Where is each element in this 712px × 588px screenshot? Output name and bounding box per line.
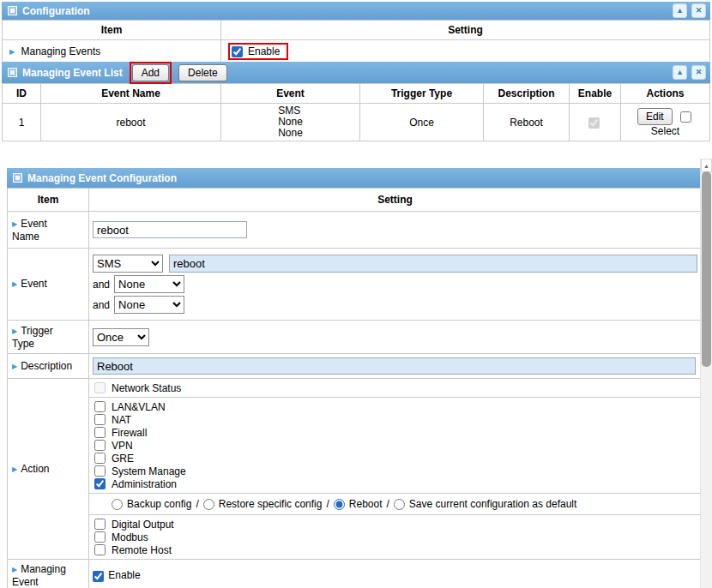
collapse-icon: ▴ — [678, 69, 682, 76]
description-setting-cell — [89, 354, 702, 379]
event-value-input[interactable] — [169, 255, 697, 273]
managing-event-enable-checkbox[interactable] — [93, 571, 104, 582]
column-header-trigger-type: Trigger Type — [360, 84, 484, 104]
cell-event-name: reboot — [41, 104, 221, 141]
row-select-checkbox[interactable] — [680, 111, 691, 123]
and-label: and — [93, 279, 110, 291]
managing-event-list-header: Managing Event List Add Delete ▴ ✕ — [2, 62, 710, 83]
scrollbar-thumb[interactable] — [702, 171, 711, 367]
close-button[interactable]: ✕ — [691, 65, 706, 80]
firewall-option: Firewall — [94, 426, 696, 439]
event-configuration-table: Item Setting ▶Event Name ▶Event — [7, 188, 702, 588]
system-manage-label: System Manage — [112, 465, 186, 477]
event-and1-select[interactable]: None — [114, 275, 184, 293]
managing-events-item-cell: ▶ Managing Events — [3, 40, 221, 63]
add-button[interactable]: Add — [132, 64, 169, 81]
managing-event-item-cell: ▶Managing Event — [8, 560, 89, 588]
gre-label: GRE — [112, 453, 134, 465]
panel-icon — [13, 173, 22, 183]
system-manage-checkbox[interactable] — [94, 465, 106, 477]
description-label: Description — [21, 360, 72, 372]
cell-actions: Edit Select — [621, 104, 710, 141]
digital-output-checkbox[interactable] — [94, 519, 106, 530]
separator: / — [196, 498, 198, 510]
row-enable-checkbox — [588, 117, 600, 129]
configuration-panel-title: Configuration — [22, 5, 90, 17]
collapse-icon: ▴ — [678, 7, 682, 15]
bullet-icon: ▶ — [12, 566, 17, 573]
action-item-cell: ▶Action — [8, 379, 89, 560]
managing-events-setting-cell: Enable — [221, 40, 710, 63]
managing-event-configuration-header: Managing Event Configuration — [7, 168, 702, 188]
managing-event-setting-cell: Enable — [89, 560, 702, 588]
reboot-radio[interactable] — [334, 499, 345, 510]
event-item-cell: ▶Event — [8, 249, 89, 321]
close-icon: ✕ — [696, 7, 703, 15]
managing-events-enable-checkbox[interactable] — [232, 46, 243, 57]
output-group-section: Digital Output Modbus Remote Host — [89, 515, 701, 559]
save-default-option: Save current configuration as default — [394, 498, 576, 510]
reboot-label: Reboot — [349, 498, 383, 510]
edit-button[interactable]: Edit — [637, 108, 673, 125]
trigger-type-row: ▶Trigger Type Once — [8, 321, 702, 354]
close-button[interactable]: ✕ — [691, 3, 706, 18]
scroll-up-button[interactable]: ▲ — [701, 159, 712, 172]
description-input[interactable] — [93, 357, 696, 375]
managing-event-row: ▶Managing Event Enable — [8, 560, 702, 588]
managing-events-row: ▶ Managing Events Enable — [3, 40, 710, 63]
configuration-panel-header: Configuration ▴ ✕ — [2, 2, 710, 20]
managing-event-enable-option: Enable — [93, 569, 141, 581]
managing-event-configuration-title: Managing Event Configuration — [27, 172, 177, 184]
delete-button[interactable]: Delete — [178, 64, 227, 81]
administration-label: Administration — [112, 478, 177, 490]
event-type-select[interactable]: SMS — [93, 255, 163, 273]
vpn-checkbox[interactable] — [94, 440, 106, 451]
event-name-input[interactable] — [93, 221, 247, 238]
event-condition-1: SMS — [93, 255, 697, 273]
gre-checkbox[interactable] — [94, 453, 106, 464]
remote-host-label: Remote Host — [112, 544, 172, 556]
scrollbar[interactable]: ▲ — [700, 159, 712, 588]
modbus-checkbox[interactable] — [94, 531, 106, 543]
column-header-event: Event — [221, 84, 360, 104]
column-header-item: Item — [8, 189, 89, 212]
remote-host-checkbox[interactable] — [94, 544, 106, 555]
modbus-label: Modbus — [112, 531, 148, 543]
reboot-option: Reboot — [334, 498, 383, 510]
trigger-type-select[interactable]: Once — [93, 328, 149, 346]
nat-checkbox[interactable] — [94, 414, 106, 425]
action-group-section: LAN&VLAN NAT Firewall — [89, 398, 701, 494]
digital-output-option: Digital Output — [94, 518, 696, 531]
managing-event-list-title: Managing Event List — [22, 67, 123, 79]
column-header-setting: Setting — [221, 21, 710, 40]
event-and2-select[interactable]: None — [114, 296, 184, 314]
event-row: ▶Event SMS and None — [8, 249, 702, 321]
config-table-header-row: Item Setting — [8, 189, 702, 212]
column-header-description: Description — [484, 84, 570, 104]
lan-vlan-label: LAN&VLAN — [112, 401, 166, 413]
network-status-section: Network Status — [89, 379, 701, 398]
restore-config-option: Restore specific config — [203, 498, 323, 510]
event-condition-2: and None — [93, 275, 697, 293]
restore-config-radio[interactable] — [203, 499, 214, 510]
annotation-highlight-add: Add — [130, 62, 172, 84]
and-label: and — [93, 299, 110, 311]
lan-vlan-checkbox[interactable] — [94, 401, 106, 412]
administration-checkbox[interactable] — [94, 478, 106, 489]
nat-option: NAT — [94, 413, 696, 426]
bullet-icon: ▶ — [12, 327, 17, 335]
scroll-up-icon: ▲ — [703, 163, 709, 169]
trigger-type-item-cell: ▶Trigger Type — [8, 321, 89, 354]
remote-host-option: Remote Host — [94, 543, 696, 556]
firewall-checkbox[interactable] — [94, 427, 106, 438]
save-default-radio[interactable] — [394, 499, 405, 510]
collapse-button[interactable]: ▴ — [673, 3, 687, 18]
gre-option: GRE — [94, 452, 696, 465]
managing-event-list-panel: Managing Event List Add Delete ▴ ✕ ID Ev… — [2, 62, 710, 141]
save-default-label: Save current configuration as default — [409, 498, 576, 510]
backup-config-radio[interactable] — [112, 499, 123, 510]
digital-output-label: Digital Output — [112, 519, 174, 531]
collapse-button[interactable]: ▴ — [673, 65, 687, 80]
cell-id: 1 — [3, 104, 41, 141]
column-header-item: Item — [3, 21, 221, 40]
